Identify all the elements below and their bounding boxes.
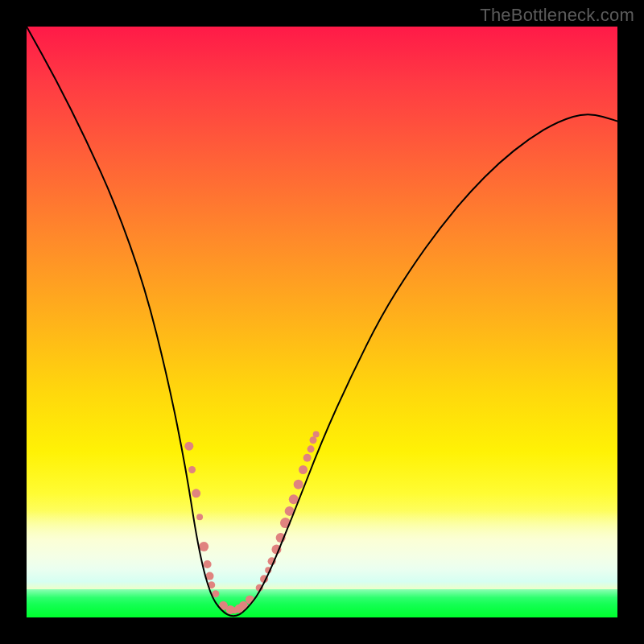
data-marker bbox=[246, 595, 254, 604]
data-marker bbox=[299, 465, 308, 474]
data-marker bbox=[309, 436, 316, 444]
data-marker bbox=[308, 445, 315, 452]
data-marker bbox=[303, 454, 312, 462]
chart-frame: TheBottleneck.com bbox=[0, 0, 644, 644]
data-markers bbox=[184, 431, 319, 613]
plot-area bbox=[27, 27, 617, 617]
data-marker bbox=[188, 466, 196, 473]
data-marker bbox=[313, 431, 320, 437]
data-marker bbox=[184, 442, 193, 451]
data-marker bbox=[204, 560, 212, 568]
data-marker bbox=[294, 480, 303, 489]
watermark-text: TheBottleneck.com bbox=[480, 5, 634, 26]
data-marker bbox=[196, 514, 203, 520]
data-marker bbox=[199, 542, 208, 551]
bottleneck-curve bbox=[27, 27, 617, 616]
curve-svg bbox=[27, 27, 617, 617]
data-marker bbox=[192, 489, 200, 497]
